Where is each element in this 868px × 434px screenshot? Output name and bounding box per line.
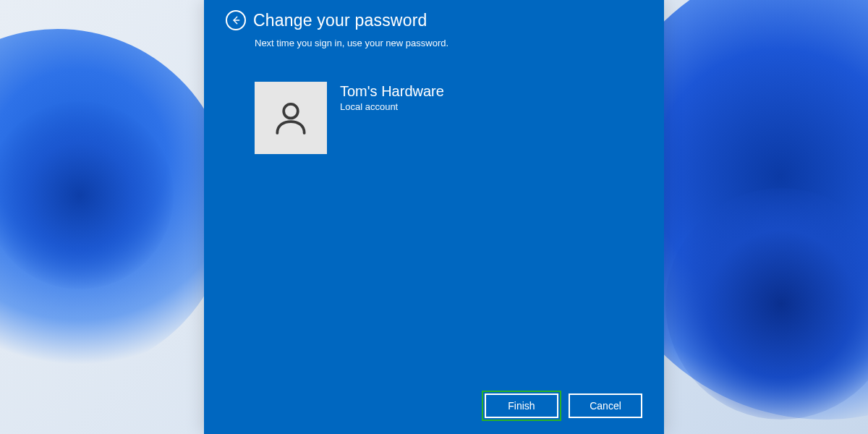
account-row: Tom's Hardware Local account bbox=[255, 82, 642, 154]
cancel-button-label: Cancel bbox=[590, 400, 621, 412]
finish-button[interactable]: Finish bbox=[485, 393, 558, 418]
svg-point-0 bbox=[284, 104, 298, 119]
account-type: Local account bbox=[340, 101, 444, 112]
desktop-background: Change your password Next time you sign … bbox=[0, 0, 868, 434]
finish-button-label: Finish bbox=[508, 400, 535, 412]
user-icon bbox=[271, 98, 311, 138]
back-button[interactable] bbox=[226, 10, 246, 30]
arrow-left-icon bbox=[231, 15, 241, 25]
change-password-dialog: Change your password Next time you sign … bbox=[204, 0, 664, 434]
dialog-subtitle: Next time you sign in, use your new pass… bbox=[255, 38, 642, 48]
account-name: Tom's Hardware bbox=[340, 83, 444, 100]
account-info: Tom's Hardware Local account bbox=[340, 82, 444, 112]
avatar bbox=[255, 82, 327, 154]
cancel-button[interactable]: Cancel bbox=[569, 393, 642, 418]
dialog-title: Change your password bbox=[253, 11, 427, 30]
dialog-header: Change your password bbox=[226, 10, 642, 30]
dialog-button-row: Finish Cancel bbox=[485, 393, 642, 418]
